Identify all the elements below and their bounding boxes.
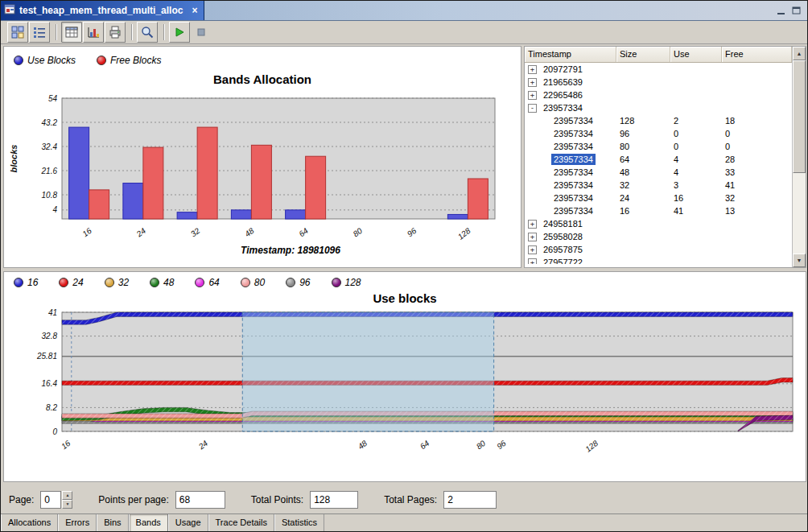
table-row[interactable]: 23957334128218 [525, 114, 792, 127]
tab-allocations[interactable]: Allocations [1, 514, 58, 531]
legend-item: 24 [59, 277, 83, 288]
view-list-button[interactable] [29, 22, 50, 43]
svg-text:96: 96 [495, 439, 508, 452]
svg-text:32.8: 32.8 [42, 332, 58, 340]
legend-label: 16 [27, 277, 38, 288]
tab-bins[interactable]: Bins [97, 514, 128, 531]
spin-down-icon[interactable]: ▼ [62, 500, 72, 509]
expand-icon[interactable]: + [528, 65, 537, 74]
use-cell: 0 [670, 142, 722, 151]
table-row[interactable]: +22965486 [525, 89, 792, 101]
use-cell: 0 [670, 129, 722, 138]
table-row[interactable]: +24958181 [525, 217, 792, 230]
tab-bands[interactable]: Bands [129, 514, 168, 531]
svg-text:16.4: 16.4 [42, 379, 58, 388]
zoom-fit-button[interactable] [137, 22, 158, 43]
table-row[interactable]: +27957722 [525, 256, 792, 264]
minimize-icon[interactable] [775, 5, 788, 16]
view-list-icon [33, 26, 46, 39]
legend-item: 16 [14, 277, 38, 288]
show-bar-chart-button[interactable] [83, 22, 104, 43]
table-row[interactable]: -23957334 [525, 101, 792, 114]
scroll-up-icon[interactable]: ▲ [793, 47, 806, 60]
table-row[interactable]: +26957875 [525, 243, 792, 256]
expand-icon[interactable]: + [528, 245, 537, 254]
points-per-page-input[interactable] [175, 491, 225, 509]
timestamp-value: 23957334 [551, 179, 596, 191]
page-spinner[interactable]: ▲ ▼ [40, 491, 72, 509]
application-window: test_heap_mem_thread_multi_alloc × [0, 0, 808, 532]
stop-button[interactable] [191, 22, 212, 43]
table-row[interactable]: 2395733464428 [525, 153, 792, 166]
timestamp-cell: 23957334 [525, 179, 616, 191]
tab-errors[interactable]: Errors [58, 514, 97, 531]
table-row[interactable]: +20972791 [525, 63, 792, 76]
spin-up-icon[interactable]: ▲ [62, 491, 72, 500]
svg-text:32.4: 32.4 [42, 142, 58, 151]
show-table-button[interactable] [61, 22, 82, 43]
bands-allocation-panel: Use BlocksFree Blocks Bands Allocation 4… [3, 46, 521, 268]
timestamp-cell: 23957334 [525, 128, 616, 139]
scrollbar-thumb[interactable] [793, 60, 806, 173]
editor-tab[interactable]: test_heap_mem_thread_multi_alloc × [1, 1, 204, 20]
size-cell: 80 [616, 142, 670, 151]
usage-chart-title: Use blocks [4, 291, 806, 305]
tab-usage[interactable]: Usage [168, 514, 208, 531]
column-header-timestamp[interactable]: Timestamp [525, 47, 616, 62]
table-row[interactable]: 2395733448433 [525, 166, 792, 179]
use-blocks-panel: 16243248648096128 Use blocks 08.216.425.… [3, 271, 806, 482]
run-button[interactable] [169, 22, 190, 43]
view-grid-button[interactable] [7, 22, 28, 43]
vertical-scrollbar[interactable]: ▲ ▼ [792, 47, 806, 267]
bar-chart-icon [87, 26, 100, 39]
free-cell: 41 [722, 180, 792, 190]
tab-trace-details[interactable]: Trace Details [208, 514, 274, 531]
bands-chart-title: Bands Allocation [4, 72, 521, 86]
column-header-size[interactable]: Size [616, 47, 670, 62]
table-row[interactable]: 2395733432341 [525, 179, 792, 192]
print-button[interactable] [105, 22, 126, 43]
table-row[interactable]: 239573348000 [525, 140, 792, 153]
free-cell: 0 [722, 129, 792, 138]
legend-label: Free Blocks [110, 55, 161, 66]
expand-icon[interactable]: + [528, 91, 537, 100]
expand-icon[interactable]: + [528, 233, 537, 241]
maximize-icon[interactable] [790, 5, 803, 16]
column-header-use[interactable]: Use [670, 47, 722, 62]
legend-color-icon [97, 56, 106, 65]
tab-statistics[interactable]: Statistics [274, 514, 324, 531]
close-icon[interactable]: × [192, 5, 197, 16]
table-row[interactable]: 23957334164113 [525, 204, 792, 217]
timestamp-value: 23957334 [551, 205, 596, 217]
use-cell: 2 [670, 116, 722, 126]
legend-item: 128 [332, 277, 361, 288]
use-blocks-chart[interactable]: 08.216.425.8132.841162448648096128 [4, 307, 806, 478]
table-header: Timestamp Size Use Free [525, 47, 806, 63]
table-row[interactable]: 239573349600 [525, 127, 792, 140]
editor-tab-bar: test_heap_mem_thread_multi_alloc × [1, 1, 807, 21]
expand-icon[interactable]: + [528, 78, 537, 87]
scroll-down-icon[interactable]: ▼ [793, 254, 806, 267]
table-row[interactable]: +21965639 [525, 76, 792, 89]
toolbar-separator [163, 24, 164, 40]
legend-label: 32 [118, 277, 129, 288]
window-buttons [775, 1, 807, 20]
timestamp-value: 23957334 [551, 141, 596, 152]
svg-text:8.2: 8.2 [46, 403, 57, 412]
size-cell: 32 [616, 180, 670, 190]
svg-text:16: 16 [60, 439, 72, 452]
legend-color-icon [105, 278, 114, 287]
bands-allocation-chart[interactable]: 410.821.632.443.254blocks162432486480961… [4, 92, 521, 243]
expand-icon[interactable]: + [528, 258, 537, 265]
toolbar [1, 21, 807, 44]
legend-label: 128 [345, 277, 361, 288]
table-row[interactable]: 23957334241632 [525, 192, 792, 204]
expand-icon[interactable]: + [528, 220, 537, 229]
legend-label: 48 [163, 277, 174, 288]
svg-text:96: 96 [406, 226, 418, 239]
page-input[interactable] [40, 491, 61, 509]
collapse-icon[interactable]: - [528, 104, 537, 113]
timestamp-cell: +22965486 [525, 89, 616, 101]
table-row[interactable]: +25958028 [525, 230, 792, 243]
column-header-free[interactable]: Free [722, 47, 792, 62]
